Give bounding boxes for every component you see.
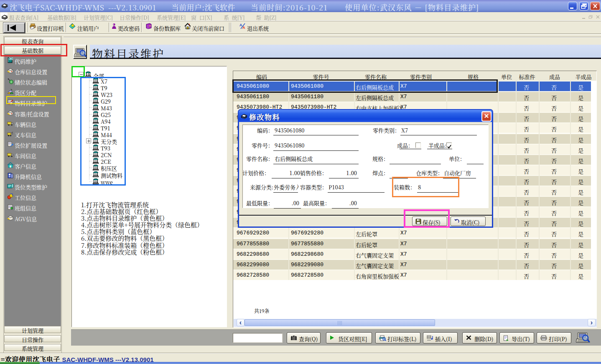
svg-text:A: A (239, 23, 242, 27)
svg-text:?: ? (149, 24, 151, 28)
